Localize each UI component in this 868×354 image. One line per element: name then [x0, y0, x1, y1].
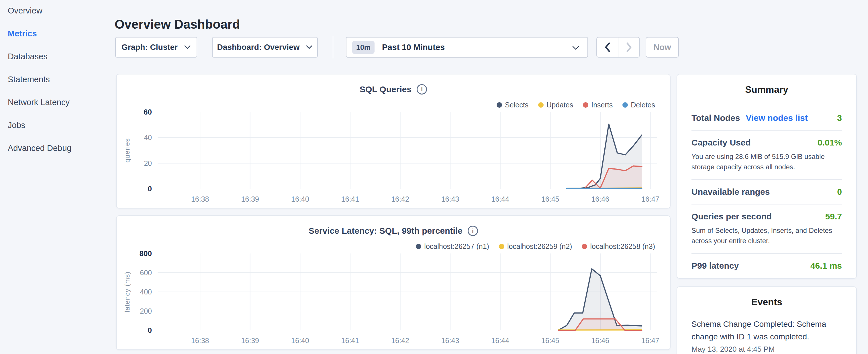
- svg-text:16:42: 16:42: [391, 195, 409, 203]
- summary-label: Total Nodes: [691, 113, 740, 123]
- summary-description: You are using 28.6 MiB of 515.9 GiB usab…: [691, 152, 842, 172]
- svg-text:16:41: 16:41: [341, 336, 359, 345]
- chart-title: Service Latency: SQL, 99th percentile: [309, 226, 463, 236]
- chevron-down-icon: [572, 45, 580, 51]
- dashboard-dropdown-label: Dashboard: Overview: [217, 43, 300, 52]
- summary-row-total-nodes: Total Nodes View nodes list 3: [691, 106, 842, 130]
- summary-label: Queries per second: [691, 212, 772, 221]
- summary-row-unavailable-ranges: Unavailable ranges 0: [691, 179, 842, 204]
- svg-text:16:47: 16:47: [641, 195, 659, 203]
- svg-text:0: 0: [148, 185, 152, 193]
- svg-text:16:47: 16:47: [641, 336, 659, 345]
- time-range-dropdown[interactable]: 10m Past 10 Minutes: [346, 37, 588, 58]
- page-title: Overview Dashboard: [115, 17, 240, 32]
- sidebar-item-jobs[interactable]: Jobs: [0, 120, 115, 130]
- svg-text:16:45: 16:45: [541, 336, 559, 345]
- time-window-badge: 10m: [352, 41, 375, 54]
- svg-text:16:43: 16:43: [441, 195, 459, 203]
- events-panel: Events Schema Change Completed: Schema c…: [677, 286, 857, 354]
- svg-text:16:39: 16:39: [241, 336, 259, 345]
- svg-text:16:46: 16:46: [591, 336, 609, 345]
- toolbar: Graph: Cluster Dashboard: Overview 10m P…: [115, 37, 679, 58]
- sidebar-item-network-latency[interactable]: Network Latency: [0, 97, 115, 107]
- time-range-next-button[interactable]: [618, 37, 639, 57]
- svg-text:16:46: 16:46: [591, 195, 609, 203]
- svg-text:60: 60: [144, 108, 152, 116]
- graph-source-dropdown-label: Graph: Cluster: [122, 43, 178, 52]
- summary-label: Unavailable ranges: [691, 187, 770, 197]
- svg-text:16:42: 16:42: [391, 336, 409, 345]
- summary-row-capacity-used: Capacity Used 0.01% You are using 28.6 M…: [691, 130, 842, 179]
- chevron-down-icon: [306, 45, 313, 50]
- summary-row-p99-latency: P99 latency 46.1 ms: [691, 253, 842, 278]
- svg-text:20: 20: [144, 159, 152, 167]
- svg-text:200: 200: [140, 307, 152, 315]
- summary-value: 3: [837, 113, 842, 123]
- svg-text:16:40: 16:40: [291, 336, 309, 345]
- chevron-right-icon: [626, 42, 632, 53]
- svg-text:latency (ms): latency (ms): [123, 271, 131, 313]
- svg-text:0: 0: [148, 326, 152, 334]
- sidebar-item-overview[interactable]: Overview: [0, 6, 115, 15]
- summary-value: 0.01%: [817, 138, 842, 148]
- graph-source-dropdown[interactable]: Graph: Cluster: [115, 37, 197, 58]
- sql-queries-chart-card: SQL Queries i Selects Updates Inserts De…: [116, 74, 671, 208]
- svg-text:16:43: 16:43: [441, 336, 459, 345]
- sidebar-item-statements[interactable]: Statements: [0, 74, 115, 84]
- info-icon[interactable]: i: [417, 84, 427, 95]
- svg-text:800: 800: [140, 249, 152, 258]
- sql-queries-line-chart[interactable]: 16:3816:3916:4016:4116:4216:4316:4416:45…: [118, 106, 665, 205]
- sidebar-item-databases[interactable]: Databases: [0, 52, 115, 61]
- svg-text:16:44: 16:44: [491, 195, 509, 203]
- time-range-prev-button[interactable]: [597, 37, 618, 57]
- svg-text:16:45: 16:45: [541, 195, 559, 203]
- svg-text:16:39: 16:39: [241, 195, 259, 203]
- svg-text:40: 40: [144, 133, 152, 141]
- summary-value: 46.1 ms: [810, 261, 842, 271]
- app-root: Overview Metrics Databases Statements Ne…: [0, 0, 868, 354]
- chevron-left-icon: [604, 42, 611, 53]
- svg-text:16:38: 16:38: [191, 336, 209, 345]
- time-range-label: Past 10 Minutes: [382, 43, 445, 52]
- svg-text:16:44: 16:44: [491, 336, 509, 345]
- summary-value: 59.7: [825, 212, 842, 221]
- service-latency-chart-card: Service Latency: SQL, 99th percentile i …: [116, 215, 671, 350]
- time-range-pager: [596, 37, 640, 58]
- sidebar-item-advanced-debug[interactable]: Advanced Debug: [0, 143, 115, 153]
- summary-value: 0: [837, 187, 842, 197]
- svg-text:600: 600: [140, 269, 152, 277]
- dashboard-dropdown[interactable]: Dashboard: Overview: [212, 37, 318, 58]
- events-heading: Events: [691, 297, 842, 308]
- svg-text:16:41: 16:41: [341, 195, 359, 203]
- chevron-down-icon: [184, 45, 191, 50]
- event-item-timestamp: May 13, 2020 at 4:45 PM: [691, 345, 842, 354]
- toolbar-divider: [333, 36, 333, 58]
- summary-row-queries-per-second: Queries per second 59.7 Sum of Selects, …: [691, 204, 842, 253]
- event-item-text: Schema Change Completed: Schema change w…: [691, 318, 842, 343]
- summary-label: P99 latency: [691, 261, 739, 271]
- svg-text:16:38: 16:38: [191, 195, 209, 203]
- summary-description: Sum of Selects, Updates, Inserts, and De…: [691, 225, 842, 246]
- summary-label: Capacity Used: [691, 138, 751, 148]
- summary-panel: Summary Total Nodes View nodes list 3 Ca…: [677, 74, 857, 279]
- sidebar: Overview Metrics Databases Statements Ne…: [0, 0, 115, 354]
- svg-text:400: 400: [140, 288, 152, 296]
- service-latency-line-chart[interactable]: 16:3816:3916:4016:4116:4216:4316:4416:45…: [118, 248, 665, 347]
- summary-heading: Summary: [691, 84, 842, 95]
- svg-text:16:40: 16:40: [291, 195, 309, 203]
- svg-text:queries: queries: [123, 138, 131, 163]
- view-nodes-list-link[interactable]: View nodes list: [746, 113, 808, 123]
- info-icon[interactable]: i: [468, 226, 478, 236]
- sidebar-item-metrics[interactable]: Metrics: [0, 29, 115, 38]
- chart-title: SQL Queries: [360, 85, 411, 94]
- now-button[interactable]: Now: [646, 37, 679, 58]
